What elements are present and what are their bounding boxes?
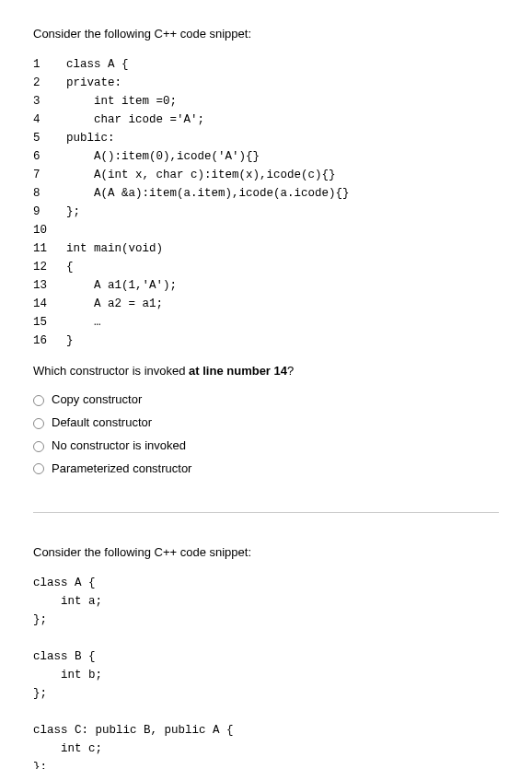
line-number: 3	[33, 92, 66, 111]
code-text: A(A &a):item(a.item),icode(a.icode){}	[66, 184, 499, 203]
line-number: 9	[33, 203, 66, 221]
code-text: };	[66, 203, 499, 221]
line-number: 16	[33, 332, 66, 350]
code-text: private:	[66, 74, 499, 92]
question-1-text-pre: Which constructor is invoked	[33, 364, 189, 378]
line-number: 1	[33, 55, 66, 74]
code-line: 3 int item =0;	[33, 92, 499, 111]
line-number: 5	[33, 129, 66, 147]
code-text: int main(void)	[66, 239, 499, 258]
option-label: Parameterized constructor	[52, 461, 191, 477]
radio-icon[interactable]	[33, 395, 44, 406]
code-text: {	[66, 258, 499, 276]
code-text: }	[66, 332, 499, 350]
code-text: class A {	[66, 55, 499, 74]
code-line: 4 char icode ='A';	[33, 111, 499, 129]
code-line: 1class A {	[33, 55, 499, 74]
question-1-text-bold: at line number 14	[189, 364, 287, 378]
question-2-code: class A { int a; }; class B { int b; }; …	[33, 574, 499, 769]
line-number: 7	[33, 166, 66, 184]
separator	[33, 512, 499, 513]
code-line: 13 A a1(1,'A');	[33, 276, 499, 295]
code-line: 15 …	[33, 313, 499, 332]
code-line: 9};	[33, 203, 499, 221]
line-number: 14	[33, 295, 66, 313]
question-2-prompt: Consider the following C++ code snippet:	[33, 544, 499, 561]
line-number: 10	[33, 221, 66, 239]
question-1-code: 1class A {2private:3 int item =0;4 char …	[33, 55, 499, 350]
code-text: int item =0;	[66, 92, 499, 111]
line-number: 4	[33, 111, 66, 129]
code-text: …	[66, 313, 499, 332]
question-1-options: Copy constructorDefault constructorNo co…	[33, 389, 499, 481]
line-number: 6	[33, 147, 66, 166]
line-number: 13	[33, 276, 66, 295]
code-line: 2private:	[33, 74, 499, 92]
question-2: Consider the following C++ code snippet:…	[33, 544, 499, 769]
question-1: Consider the following C++ code snippet:…	[33, 26, 499, 481]
radio-icon[interactable]	[33, 463, 44, 474]
option-row[interactable]: No constructor is invoked	[33, 435, 499, 458]
radio-icon[interactable]	[33, 441, 44, 452]
code-text	[66, 221, 499, 239]
option-row[interactable]: Parameterized constructor	[33, 458, 499, 481]
option-label: No constructor is invoked	[52, 438, 186, 454]
line-number: 8	[33, 184, 66, 203]
question-1-text: Which constructor is invoked at line num…	[33, 363, 499, 379]
option-row[interactable]: Default constructor	[33, 412, 499, 435]
code-text: char icode ='A';	[66, 111, 499, 129]
code-line: 16}	[33, 332, 499, 350]
question-1-text-post: ?	[287, 364, 294, 378]
code-text: A(int x, char c):item(x),icode(c){}	[66, 166, 499, 184]
option-label: Default constructor	[52, 415, 152, 431]
code-line: 10	[33, 221, 499, 239]
option-row[interactable]: Copy constructor	[33, 389, 499, 412]
question-1-prompt: Consider the following C++ code snippet:	[33, 26, 499, 42]
code-text: A a2 = a1;	[66, 295, 499, 313]
code-text: A a1(1,'A');	[66, 276, 499, 295]
code-text: public:	[66, 129, 499, 147]
option-label: Copy constructor	[52, 392, 142, 408]
code-line: 14 A a2 = a1;	[33, 295, 499, 313]
code-line: 8 A(A &a):item(a.item),icode(a.icode){}	[33, 184, 499, 203]
code-line: 6 A():item(0),icode('A'){}	[33, 147, 499, 166]
code-line: 11int main(void)	[33, 239, 499, 258]
line-number: 2	[33, 74, 66, 92]
code-line: 12{	[33, 258, 499, 276]
line-number: 15	[33, 313, 66, 332]
code-text: A():item(0),icode('A'){}	[66, 147, 499, 166]
line-number: 11	[33, 239, 66, 258]
code-line: 7 A(int x, char c):item(x),icode(c){}	[33, 166, 499, 184]
radio-icon[interactable]	[33, 418, 44, 429]
code-line: 5public:	[33, 129, 499, 147]
line-number: 12	[33, 258, 66, 276]
